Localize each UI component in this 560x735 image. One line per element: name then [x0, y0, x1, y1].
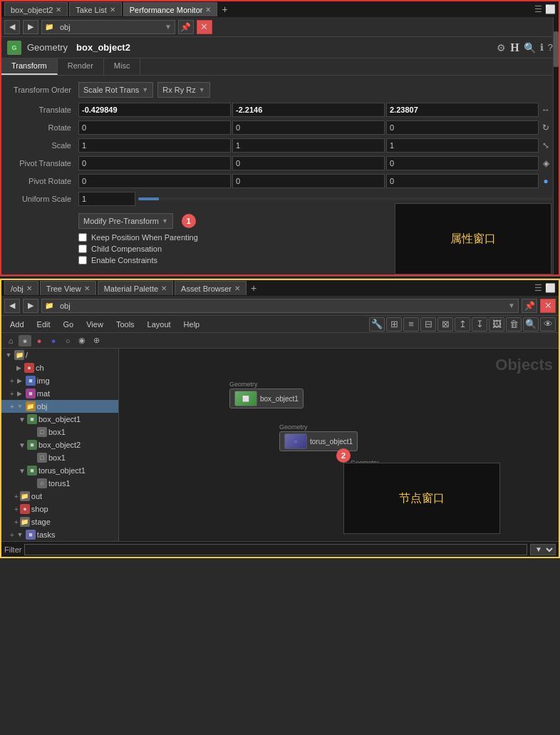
- filter-input[interactable]: [24, 544, 527, 555]
- node-btn-1[interactable]: ●: [19, 335, 31, 346]
- uniform-scale-field[interactable]: [78, 192, 135, 206]
- pivot-rotate-x[interactable]: [78, 174, 231, 188]
- node-btn-3[interactable]: ●: [47, 335, 60, 346]
- back-button[interactable]: ◀: [4, 20, 20, 34]
- child-compensation-checkbox[interactable]: [78, 245, 87, 253]
- rotate-x[interactable]: [78, 120, 231, 135]
- scale-x[interactable]: [78, 138, 231, 153]
- tree-item-tasks[interactable]: + ▼ ■ tasks: [1, 528, 118, 541]
- close-panel-button-bottom[interactable]: ✕: [540, 299, 556, 313]
- tree-item-stage[interactable]: + 📁 stage: [1, 515, 118, 528]
- pivot-rotate-icon[interactable]: ●: [539, 176, 553, 186]
- transform-order-dropdown[interactable]: Scale Rot Trans ▼: [78, 82, 153, 98]
- tree-item-root[interactable]: ▼ 📁 /: [1, 349, 118, 361]
- back-button-bottom[interactable]: ◀: [4, 299, 20, 313]
- tree-item-img[interactable]: + ▶ ■ img: [1, 374, 118, 387]
- tree-item-box1[interactable]: □ box1: [1, 426, 118, 438]
- tab-take-list[interactable]: Take List ✕: [69, 2, 121, 16]
- close-icon-obj[interactable]: ✕: [26, 284, 32, 292]
- panel-menu-icon[interactable]: ☰: [534, 4, 542, 14]
- panel-float-icon[interactable]: ⬜: [545, 4, 556, 14]
- tab-obj[interactable]: /obj ✕: [4, 281, 38, 295]
- close-icon[interactable]: ✕: [56, 6, 61, 14]
- h-icon[interactable]: H: [510, 41, 519, 54]
- tree-item-box-object1[interactable]: ▼ ■ box_object1: [1, 413, 118, 426]
- grid-view-icon[interactable]: ⊞: [386, 317, 402, 331]
- tab-misc[interactable]: Misc: [104, 58, 141, 75]
- rotate-icon[interactable]: ↻: [539, 123, 553, 133]
- export-icon[interactable]: ↥: [455, 317, 470, 331]
- close-icon-material[interactable]: ✕: [161, 284, 167, 292]
- translate-icon[interactable]: ↔: [539, 105, 553, 115]
- close-icon-asset[interactable]: ✕: [234, 284, 240, 292]
- wrench-icon[interactable]: 🔧: [369, 317, 385, 331]
- pivot-translate-icon[interactable]: ◈: [539, 158, 553, 168]
- gear-icon[interactable]: ⚙: [497, 42, 506, 53]
- tree-item-box2-sub[interactable]: □ box1: [1, 451, 118, 464]
- node-card-torus-object1[interactable]: Geometry ○ torus_object1: [279, 423, 358, 451]
- tree-item-box-object2[interactable]: ▼ ■ box_object2: [1, 438, 118, 451]
- tab-render[interactable]: Render: [58, 58, 104, 75]
- tree-item-shop[interactable]: + ● shop: [1, 503, 118, 515]
- scale-icon[interactable]: ⤡: [539, 140, 553, 150]
- node-btn-6[interactable]: ⊕: [90, 335, 103, 346]
- gallery-icon[interactable]: 🖼: [489, 317, 504, 331]
- pivot-translate-z[interactable]: [386, 156, 539, 170]
- dropdown-arrow[interactable]: ▼: [165, 23, 172, 31]
- dropdown-arrow-bottom[interactable]: ▼: [508, 302, 515, 309]
- menu-edit[interactable]: Edit: [31, 319, 56, 330]
- tree-item-out[interactable]: + 📁 out: [1, 490, 118, 503]
- pivot-rotate-z[interactable]: [386, 174, 539, 188]
- forward-button[interactable]: ▶: [23, 20, 38, 34]
- keep-position-checkbox[interactable]: [78, 233, 87, 242]
- close-icon[interactable]: ✕: [110, 6, 115, 14]
- close-panel-button[interactable]: ✕: [197, 20, 212, 34]
- rotate-z[interactable]: [386, 120, 539, 135]
- scale-y[interactable]: [232, 138, 385, 153]
- help-icon[interactable]: ?: [548, 42, 553, 53]
- tree-item-torus1-sub[interactable]: ○ torus1: [1, 477, 118, 490]
- tab-transform[interactable]: Transform: [1, 58, 58, 75]
- trash-icon[interactable]: 🗑: [506, 317, 522, 331]
- node-card-box-object1[interactable]: Geometry ⬜ box_object1: [229, 381, 304, 408]
- menu-add[interactable]: Add: [4, 319, 30, 330]
- menu-go[interactable]: Go: [58, 319, 80, 330]
- path-input[interactable]: [56, 20, 162, 34]
- close-icon[interactable]: ✕: [205, 6, 211, 14]
- view-toggle-icon[interactable]: 👁: [540, 317, 556, 331]
- tree-item-ch[interactable]: ▶ ● ch: [1, 361, 118, 374]
- pin-button-bottom[interactable]: 📌: [522, 299, 537, 313]
- tab-material-palette[interactable]: Material Palette ✕: [98, 281, 173, 295]
- tree-item-torus-object1[interactable]: ▼ ■ torus_object1: [1, 464, 118, 477]
- filter-type-dropdown[interactable]: ▼: [530, 544, 556, 555]
- node-btn-2[interactable]: ●: [33, 335, 46, 346]
- tab-tree-view[interactable]: Tree View ✕: [40, 281, 96, 295]
- translate-y[interactable]: [232, 103, 385, 117]
- search-icon-menu[interactable]: 🔍: [523, 317, 539, 331]
- tab-performance-monitor[interactable]: Performance Monitor ✕: [123, 2, 218, 16]
- scale-z[interactable]: [386, 138, 539, 153]
- pin-button[interactable]: 📌: [178, 20, 194, 34]
- tab-box-object2[interactable]: box_object2 ✕: [4, 2, 68, 16]
- add-tab-button-bottom[interactable]: +: [248, 282, 259, 294]
- node-btn-5[interactable]: ◉: [76, 335, 88, 346]
- menu-view[interactable]: View: [81, 319, 109, 330]
- menu-tools[interactable]: Tools: [110, 319, 140, 330]
- forward-button-bottom[interactable]: ▶: [23, 299, 38, 313]
- add-tab-button[interactable]: +: [219, 4, 230, 15]
- translate-z[interactable]: [386, 103, 539, 117]
- pivot-translate-x[interactable]: [78, 156, 231, 170]
- search-icon[interactable]: 🔍: [524, 42, 536, 53]
- list-view-icon[interactable]: ≡: [403, 317, 419, 331]
- split-view-icon[interactable]: ⊠: [437, 317, 453, 331]
- node-btn-4[interactable]: ○: [61, 335, 74, 346]
- tree-item-obj[interactable]: + ▼ 📁 obj: [1, 400, 118, 413]
- modify-pretransform-dropdown[interactable]: Modify Pre-Transform ▼: [78, 213, 173, 229]
- enable-constraints-checkbox[interactable]: [78, 256, 87, 264]
- rotate-order-dropdown[interactable]: Rx Ry Rz ▼: [157, 82, 209, 98]
- uniform-scale-slider[interactable]: [138, 197, 553, 200]
- translate-x[interactable]: [78, 103, 231, 117]
- tree-item-mat[interactable]: + ▶ ■ mat: [1, 387, 118, 400]
- close-icon-tree[interactable]: ✕: [84, 284, 90, 292]
- scroll-bar[interactable]: [553, 17, 559, 274]
